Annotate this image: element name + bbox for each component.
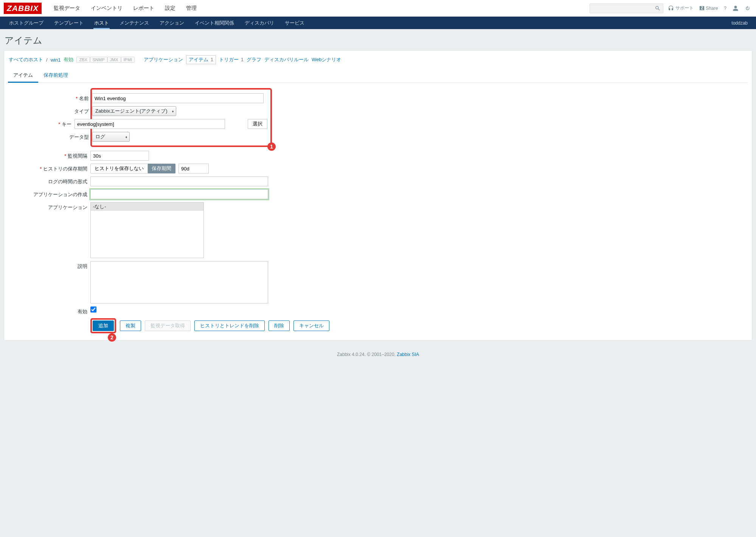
callout-2: 2 — [108, 333, 116, 342]
subnav-correlation[interactable]: イベント相関関係 — [189, 17, 239, 29]
label-desc: 説明 — [8, 261, 90, 270]
cancel-button[interactable]: キャンセル — [293, 320, 329, 331]
add-button[interactable]: 追加 — [93, 320, 114, 331]
bc-discovery[interactable]: ディスカバリルール — [264, 56, 309, 63]
top-bar: ZABBIX 監視データ インベントリ レポート 設定 管理 サポート Z Sh… — [0, 0, 756, 17]
tabs: アイテム 保存前処理 — [8, 69, 748, 83]
label-enabled: 有効 — [8, 306, 90, 315]
search-icon — [655, 5, 661, 11]
checkbox-enabled[interactable] — [90, 306, 96, 313]
subnav-hosts[interactable]: ホスト — [89, 17, 114, 29]
subnav-actions[interactable]: アクション — [154, 17, 189, 29]
listbox-app[interactable]: -なし- — [90, 202, 204, 258]
label-type: タイプ — [9, 106, 92, 115]
callout-1: 1 — [267, 142, 276, 151]
label-datatype: データ型 — [9, 132, 92, 141]
seg-history-period[interactable]: 保存期間 — [148, 164, 175, 173]
footer: Zabbix 4.0.24. © 2001–2020, Zabbix SIA — [0, 344, 756, 361]
textarea-desc[interactable] — [90, 261, 268, 303]
bc-applications[interactable]: アプリケーション — [144, 56, 183, 63]
label-logtime: ログの時間の形式 — [8, 176, 90, 185]
subnav-discovery[interactable]: ディスカバリ — [239, 17, 279, 29]
label-history: ヒストリの保存期間 — [8, 164, 90, 172]
bc-web[interactable]: Webシナリオ — [312, 56, 342, 63]
breadcrumb: すべてのホスト / win1 有効 ZBX SNMP JMX IPMI アプリケ… — [8, 54, 748, 69]
input-newapp[interactable] — [90, 189, 268, 199]
topnav-config[interactable]: 設定 — [160, 0, 181, 17]
username: toddzab — [727, 20, 752, 26]
label-interval: 監視間隔 — [8, 151, 90, 159]
key-select-button[interactable]: 選択 — [248, 119, 267, 129]
select-type[interactable]: Zabbixエージェント(アクティブ) — [92, 106, 176, 116]
sub-bar: ホストグループ テンプレート ホスト メンテナンス アクション イベント相関関係… — [0, 17, 756, 29]
clear-button[interactable]: ヒストリとトレンドを削除 — [194, 320, 265, 331]
power-icon[interactable] — [743, 5, 752, 11]
delete-button[interactable]: 削除 — [269, 320, 290, 331]
z-icon: Z — [700, 6, 704, 10]
share-link[interactable]: Z Share — [698, 6, 719, 11]
subnav-maintenance[interactable]: メンテナンス — [114, 17, 154, 29]
execute-button: 監視データ取得 — [145, 320, 191, 331]
chip-ipmi: IPMI — [121, 57, 135, 63]
help-link[interactable]: ? — [722, 6, 728, 11]
input-interval[interactable] — [90, 151, 149, 161]
seg-history-off[interactable]: ヒストリを保存しない — [90, 164, 148, 173]
headset-icon — [668, 5, 674, 11]
bc-items[interactable]: アイテム — [189, 57, 208, 62]
clone-button[interactable]: 複製 — [120, 320, 141, 331]
bc-triggers[interactable]: トリガー — [219, 57, 239, 62]
input-history[interactable] — [179, 164, 209, 173]
bc-status: 有効 — [64, 56, 73, 63]
chip-snmp: SNMP — [90, 57, 107, 63]
support-link[interactable]: サポート — [666, 5, 695, 11]
topnav-monitoring[interactable]: 監視データ — [48, 0, 85, 17]
tab-item[interactable]: アイテム — [8, 69, 38, 83]
subnav-templates[interactable]: テンプレート — [49, 17, 89, 29]
input-logtime[interactable] — [90, 176, 268, 186]
search-input[interactable] — [590, 3, 663, 13]
content-box: すべてのホスト / win1 有効 ZBX SNMP JMX IPMI アプリケ… — [4, 50, 752, 340]
label-newapp: アプリケーションの作成 — [8, 189, 90, 198]
footer-link[interactable]: Zabbix SIA — [397, 352, 419, 357]
logo[interactable]: ZABBIX — [4, 3, 42, 14]
topnav-admin[interactable]: 管理 — [181, 0, 202, 17]
select-datatype[interactable]: ログ — [92, 132, 130, 142]
input-key[interactable] — [75, 119, 225, 129]
bc-all-hosts[interactable]: すべてのホスト — [9, 56, 43, 63]
user-icon[interactable] — [731, 5, 740, 11]
subnav-hostgroups[interactable]: ホストグループ — [4, 17, 49, 29]
chip-zbx: ZBX — [76, 57, 90, 63]
label-app: アプリケーション — [8, 202, 90, 211]
page-title: アイテム — [0, 29, 756, 50]
app-option-none[interactable]: -なし- — [91, 203, 203, 211]
topnav-reports[interactable]: レポート — [128, 0, 160, 17]
label-name: 名前 — [9, 93, 92, 102]
subnav-services[interactable]: サービス — [279, 17, 310, 29]
bc-host[interactable]: win1 — [51, 57, 61, 63]
tab-preprocess[interactable]: 保存前処理 — [38, 69, 73, 82]
input-name[interactable] — [92, 93, 264, 103]
bc-graphs[interactable]: グラフ — [247, 56, 261, 63]
topnav-inventory[interactable]: インベントリ — [85, 0, 128, 17]
chip-jmx: JMX — [107, 57, 121, 63]
label-key: キー — [9, 119, 75, 128]
